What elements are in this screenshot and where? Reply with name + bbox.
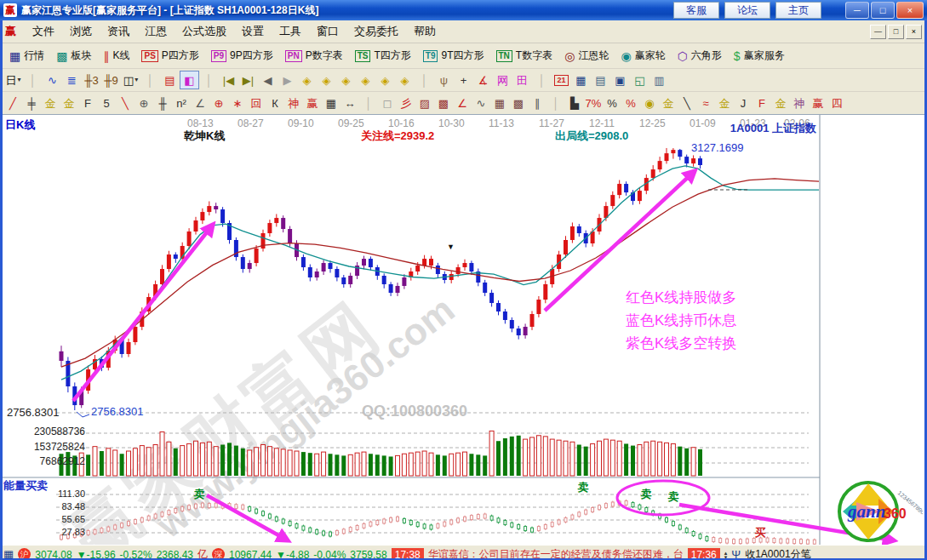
shen-angle-tool[interactable]: 神 bbox=[790, 94, 809, 112]
diamond-zoom-in-h[interactable]: ◈ bbox=[356, 71, 375, 89]
spinner-down-icon[interactable]: ▾ bbox=[724, 555, 728, 559]
quote-grid-icon[interactable]: ▦ bbox=[3, 548, 14, 560]
parallel-lines-tool[interactable]: ∥ bbox=[528, 94, 546, 112]
gold-line-tool[interactable]: 金 bbox=[715, 94, 734, 112]
shen-tool[interactable]: 神 bbox=[284, 94, 303, 112]
gold-underline-tool[interactable]: 金 bbox=[659, 94, 678, 112]
hatch-box-tool[interactable]: ▨ bbox=[415, 94, 434, 112]
pct-line-tool[interactable]: % bbox=[621, 94, 640, 112]
kline-chart-canvas[interactable]: 卖卖卖卖买▼ bbox=[0, 115, 927, 545]
diamond-zoom-v[interactable]: ◈ bbox=[375, 71, 395, 89]
btn-9t-square[interactable]: T9 9T四方形 bbox=[417, 45, 490, 67]
trendline-pointer[interactable]: ∡ bbox=[473, 71, 493, 89]
chip-distribution[interactable]: ▤ bbox=[160, 71, 180, 89]
step-prev[interactable]: ◀ bbox=[258, 71, 278, 89]
four-angle-tool[interactable]: 四 bbox=[827, 94, 846, 112]
trend-band-tool[interactable]: ∿ bbox=[43, 71, 62, 89]
print-output[interactable]: ▥ bbox=[649, 71, 669, 89]
f-angle-tool[interactable]: F bbox=[752, 94, 771, 112]
grid-123-tool[interactable]: ▦ bbox=[322, 94, 340, 112]
frame-tool[interactable]: ◻ bbox=[378, 94, 397, 112]
maximize-button[interactable]: □ bbox=[871, 2, 895, 19]
j-angle-tool[interactable]: J bbox=[734, 94, 752, 112]
wave-tool[interactable]: ∿ bbox=[472, 94, 490, 112]
diamond-zoom-all[interactable]: ◈ bbox=[395, 71, 415, 89]
gold-angle-tool[interactable]: 金 bbox=[771, 94, 790, 112]
time-cycle-circle[interactable]: ⊕ bbox=[134, 94, 153, 112]
separator[interactable]: │ bbox=[415, 71, 434, 89]
btn-winner-service[interactable]: $ 赢家服务 bbox=[728, 45, 791, 67]
news-ticker[interactable]: 华谊嘉信：公司目前存在一定的经营及债务偿还困难，台 bbox=[428, 547, 684, 560]
gold-wave-tool[interactable]: ≈ bbox=[696, 94, 715, 112]
f-tool[interactable]: F bbox=[78, 94, 97, 112]
n-squared-tool[interactable]: n² bbox=[172, 94, 191, 112]
mdi-minimize-button[interactable]: — bbox=[870, 25, 886, 39]
gann-ruler[interactable]: ╪ bbox=[22, 94, 41, 112]
jump-last[interactable]: ▶| bbox=[238, 71, 258, 89]
calculator[interactable]: ▦ bbox=[571, 71, 591, 89]
separator[interactable]: │ bbox=[532, 71, 552, 89]
homepage-button[interactable]: 主页 bbox=[775, 2, 821, 19]
btn-t-square[interactable]: TS T四方形 bbox=[349, 45, 417, 67]
stat-columns-tool[interactable]: ▙ bbox=[565, 94, 584, 112]
separator[interactable]: │ bbox=[199, 71, 219, 89]
mdi-close-button[interactable]: × bbox=[906, 25, 922, 39]
k-note-tool[interactable]: К bbox=[266, 94, 284, 112]
btn-p-number-table[interactable]: PN P数字表 bbox=[279, 45, 349, 67]
width-arrows-tool[interactable]: ↔ bbox=[340, 94, 359, 112]
btn-kline[interactable]: ∥ K线 bbox=[97, 45, 135, 67]
save-disk[interactable]: ▣ bbox=[610, 71, 630, 89]
menu-item[interactable]: 工具 bbox=[272, 21, 309, 42]
gold-section-a[interactable]: 金 bbox=[41, 94, 60, 112]
diamond-zoom-out-h[interactable]: ◈ bbox=[336, 71, 356, 89]
minimize-button[interactable]: ─ bbox=[845, 2, 869, 19]
menu-item[interactable]: 江恩 bbox=[137, 21, 175, 42]
menu-item[interactable]: 文件 bbox=[25, 21, 62, 42]
btn-9p-square[interactable]: P9 9P四方形 bbox=[205, 45, 279, 67]
separator[interactable]: │ bbox=[359, 94, 378, 112]
fine-grid-tool-2[interactable]: ▩ bbox=[509, 94, 528, 112]
menu-item[interactable]: 设置 bbox=[234, 21, 272, 42]
scroll-spinner[interactable]: ▴ ▾ bbox=[724, 551, 728, 559]
pct-tool[interactable]: % bbox=[603, 94, 621, 112]
menu-item[interactable]: 公式选股 bbox=[175, 21, 234, 42]
star-burst-tool[interactable]: ∗ bbox=[228, 94, 247, 112]
seven-pct-tool[interactable]: 7% bbox=[584, 94, 603, 112]
menu-item[interactable]: 浏览 bbox=[62, 21, 100, 42]
fine-grid-tool[interactable]: ▦ bbox=[490, 94, 509, 112]
pen-tool[interactable]: ╱ bbox=[3, 94, 22, 112]
ink-brush-tool[interactable]: ╲ bbox=[678, 94, 696, 112]
tick-ruler[interactable]: ╫ bbox=[153, 94, 172, 112]
ying-angle-tool[interactable]: 赢 bbox=[809, 94, 827, 112]
btn-hexagon[interactable]: ⬡ 六角形 bbox=[672, 45, 728, 67]
angle-lines-tool[interactable]: ∠ bbox=[453, 94, 472, 112]
data-export[interactable]: ◱ bbox=[630, 71, 649, 89]
color-kline[interactable]: ◧ bbox=[180, 71, 199, 89]
candle-style-dropdown[interactable]: ◫ ▾ bbox=[121, 71, 140, 89]
menu-item[interactable]: 资讯 bbox=[100, 21, 137, 42]
mdi-restore-button[interactable]: □ bbox=[888, 25, 904, 39]
gold-circle-tool[interactable]: ◉ bbox=[640, 94, 659, 112]
ying-tool[interactable]: 赢 bbox=[303, 94, 322, 112]
separator[interactable]: │ bbox=[23, 71, 43, 89]
separator[interactable]: │ bbox=[140, 71, 160, 89]
btn-gann-wheel[interactable]: ◎ 江恩轮 bbox=[558, 45, 615, 67]
minute-chart-3[interactable]: ╫3 bbox=[82, 71, 101, 89]
customer-service-button[interactable]: 客服 bbox=[673, 2, 719, 19]
btn-p-square[interactable]: PS P四方形 bbox=[135, 45, 204, 67]
minute-chart-9[interactable]: ╫9 bbox=[101, 71, 121, 89]
five-tool[interactable]: 5 bbox=[97, 94, 116, 112]
period-day-dropdown[interactable]: 日 ▾ bbox=[3, 71, 23, 89]
lattice-tool[interactable]: 田 bbox=[512, 71, 532, 89]
menu-item[interactable]: 窗口 bbox=[309, 21, 346, 42]
hand-drag-tool[interactable]: ψ bbox=[434, 71, 454, 89]
circle-target[interactable]: ⊕ bbox=[209, 94, 228, 112]
net-grid-tool[interactable]: 网 bbox=[493, 71, 512, 89]
memo-pad[interactable]: ▤ bbox=[591, 71, 610, 89]
diamond-scroll-right[interactable]: ◈ bbox=[317, 71, 336, 89]
jump-first[interactable]: |◀ bbox=[219, 71, 238, 89]
formula-doc[interactable]: ≣ bbox=[62, 71, 82, 89]
calendar-21[interactable]: 21 bbox=[552, 71, 571, 89]
square-ring-tool[interactable]: 回 bbox=[247, 94, 266, 112]
crosshair-tool[interactable]: + bbox=[454, 71, 473, 89]
